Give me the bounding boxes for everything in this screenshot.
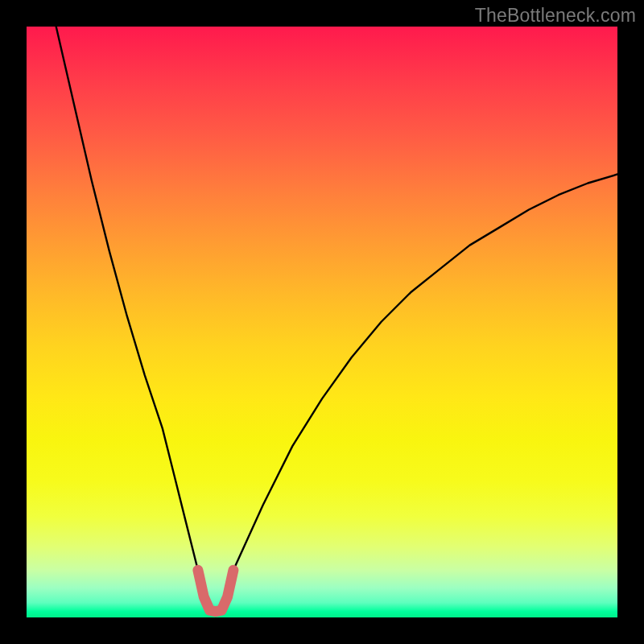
plot-area: [27, 27, 617, 617]
optimal-zone-highlight: [198, 570, 233, 611]
watermark-text: TheBottleneck.com: [475, 5, 636, 27]
curve-layer: [27, 27, 617, 617]
chart-frame: TheBottleneck.com: [0, 0, 644, 644]
bottleneck-curve: [56, 27, 617, 612]
